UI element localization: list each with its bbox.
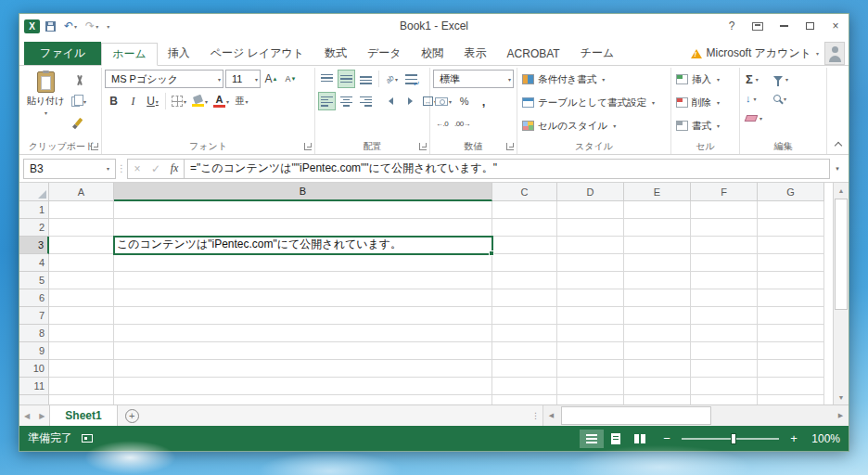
column-header-A[interactable]: A [49,183,114,201]
cell-G9[interactable] [758,342,824,360]
column-header-B[interactable]: B [114,183,492,201]
horizontal-scroll-thumb[interactable] [561,406,711,425]
align-center-button[interactable] [338,92,355,110]
cell-G7[interactable] [758,307,824,325]
cell-B3[interactable]: このコンテンツは"iPentec.com"にて公開されています。 [114,237,492,254]
fill-color-button[interactable]: ▾ [190,92,210,110]
font-name-select[interactable]: MS Pゴシック ▾ [105,70,223,88]
font-color-button[interactable]: A▾ [211,92,231,110]
cell-C10[interactable] [492,360,557,378]
help-button[interactable]: ? [719,16,745,36]
cell-B1[interactable] [114,201,492,219]
horizontal-scroll-track[interactable] [559,405,833,426]
format-painter-button[interactable] [70,112,88,131]
cell-E5[interactable] [624,272,691,289]
close-button[interactable]: × [823,16,849,36]
cell-E4[interactable] [624,254,691,272]
page-layout-view-button[interactable] [604,430,628,448]
excel-app-icon[interactable]: X [24,19,40,33]
cell-F-overflow[interactable] [691,395,758,404]
cell-B5[interactable] [114,272,492,289]
cell-G-overflow[interactable] [758,395,824,404]
fill-handle[interactable] [489,250,494,256]
scroll-up-button[interactable]: ▲ [834,183,849,198]
font-size-select[interactable]: 11 ▾ [225,70,261,88]
cell-D6[interactable] [557,289,624,307]
zoom-slider-thumb[interactable] [731,433,736,444]
cell-F1[interactable] [691,201,758,219]
column-header-D[interactable]: D [557,183,624,201]
bold-button[interactable]: B [105,92,122,110]
clear-button[interactable]: ▾ [743,109,765,127]
cell-G4[interactable] [758,254,824,272]
cell-G3[interactable] [758,237,824,254]
cell-C7[interactable] [492,307,557,325]
cell-F4[interactable] [691,254,758,272]
row-header-4[interactable]: 4 [19,254,49,272]
cell-C5[interactable] [492,272,557,289]
row-header-1[interactable]: 1 [19,201,49,219]
ribbon-tab-数式[interactable]: 数式 [314,42,357,65]
cell-A4[interactable] [49,254,114,272]
cell-A3[interactable] [49,237,114,254]
percent-style-button[interactable]: % [455,92,473,110]
cell-F6[interactable] [691,289,758,307]
increase-indent-button[interactable] [402,92,419,110]
ribbon-tab-データ[interactable]: データ [357,42,412,65]
cell-B7[interactable] [114,307,492,325]
clipboard-dialog-launcher[interactable] [91,143,98,150]
cell-C6[interactable] [492,289,557,307]
zoom-in-button[interactable]: + [788,431,799,445]
copy-button[interactable]: ▾ [70,92,88,110]
row-header-overflow[interactable] [19,395,49,404]
column-header-F[interactable]: F [691,183,758,201]
cell-E3[interactable] [624,237,691,254]
orientation-button[interactable]: ab▾ [383,70,401,88]
fill-button[interactable]: ↓▾ [743,89,765,108]
autosum-button[interactable]: Σ▾ [743,70,765,88]
scroll-right-button[interactable]: ▶ [833,405,849,426]
cell-E10[interactable] [624,360,691,378]
cell-E7[interactable] [624,307,691,325]
cell-F3[interactable] [691,237,758,254]
sheet-tab-sheet1[interactable]: Sheet1 [49,405,117,426]
cell-B4[interactable] [114,254,492,272]
zoom-level[interactable]: 100% [809,432,840,445]
decrease-indent-button[interactable] [382,92,400,110]
comma-style-button[interactable]: , [475,92,492,110]
cell-C8[interactable] [492,325,557,342]
vertical-scrollbar[interactable]: ▲ ▼ [833,183,849,404]
decrease-decimal-button[interactable]: .00→ [453,114,472,133]
cell-B6[interactable] [114,289,492,307]
cell-E9[interactable] [624,342,691,360]
cell-F11[interactable] [691,378,758,395]
page-break-view-button[interactable] [628,430,652,448]
save-button[interactable] [43,20,58,32]
ribbon-tab-チーム[interactable]: チーム [570,42,625,65]
zoom-slider[interactable] [682,438,779,440]
cell-C11[interactable] [492,378,557,395]
row-header-5[interactable]: 5 [19,272,49,289]
cell-A8[interactable] [49,325,114,342]
cell-A-overflow[interactable] [49,395,114,404]
cell-B9[interactable] [114,342,492,360]
cell-styles-button[interactable]: セルのスタイル ▾ [520,116,668,135]
cell-C-overflow[interactable] [492,395,557,404]
cell-E8[interactable] [624,325,691,342]
ribbon-tab-挿入[interactable]: 挿入 [158,42,200,65]
cell-D11[interactable] [557,378,624,395]
borders-button[interactable]: ▾ [170,92,188,110]
qat-customize-button[interactable]: ▾ [104,22,112,31]
enter-formula-button[interactable]: ✓ [147,160,165,178]
cell-D5[interactable] [557,272,624,289]
cell-E11[interactable] [624,378,691,395]
decrease-font-size-button[interactable]: A▼ [282,70,300,88]
cell-F8[interactable] [691,325,758,342]
wrap-text-button[interactable] [402,70,420,88]
redo-button[interactable]: ↷▾ [83,19,101,33]
cancel-formula-button[interactable]: × [128,160,147,178]
cell-F7[interactable] [691,307,758,325]
cut-button[interactable] [70,71,88,90]
minimize-button[interactable] [771,16,797,36]
scroll-left-button[interactable]: ◀ [543,405,559,426]
